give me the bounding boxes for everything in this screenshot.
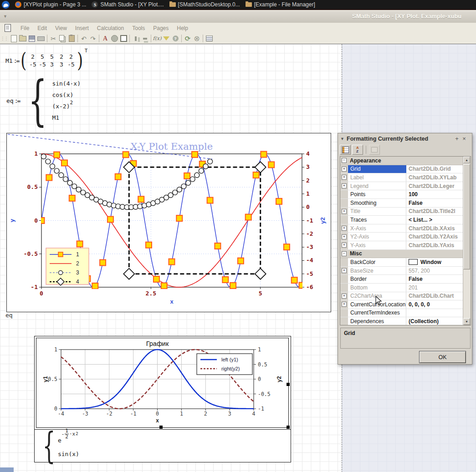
palette-icon[interactable] — [110, 34, 119, 43]
panel-pin-button[interactable]: + — [453, 135, 461, 142]
property-row-points[interactable]: Points100 — [340, 190, 464, 199]
property-row-currenttermindexes[interactable]: CurrentTermIndexes — [340, 309, 464, 318]
expand-box[interactable]: + — [342, 209, 347, 214]
copy-icon[interactable] — [58, 34, 67, 43]
grafik-chart-box[interactable]: -4-3-2-10123400.51-1-0.500.51Графикxy1y2… — [36, 338, 289, 428]
property-row-y2-axis[interactable]: +Y2-AxisChart2DLib.Y2Axis — [340, 233, 464, 241]
menu-help[interactable]: Help — [173, 24, 192, 33]
property-row-appearance[interactable]: −Appearance — [340, 157, 464, 165]
property-value[interactable]: Chart2DLib.XAxis — [406, 224, 464, 233]
web-help-icon[interactable]: ? — [171, 34, 180, 43]
alphabetical-view-button[interactable]: AZ — [352, 145, 363, 155]
property-row-traces[interactable]: Traces< List... > — [340, 216, 464, 224]
property-value[interactable] — [406, 309, 464, 317]
property-row-grid[interactable]: +GridChart2DLib.Grid — [340, 165, 464, 174]
property-row-c2chartarea[interactable]: +C2ChartAreaChart2DLib.Chart — [340, 292, 464, 301]
matrix-definition-m1[interactable]: M1:=(25522-5-533-5)T — [5, 51, 87, 70]
function-icon[interactable]: f(x) — [153, 34, 162, 43]
property-row-smoothing[interactable]: SmoothingFalse — [340, 199, 464, 208]
menu-insert[interactable]: Insert — [71, 24, 93, 33]
property-row-currentcursorlocation[interactable]: +CurrentCursorLocation0, 0, 0, 0 — [340, 300, 464, 309]
resize-handle-southeast[interactable] — [287, 426, 290, 429]
pages-list-icon[interactable] — [205, 34, 214, 43]
equation-system-eq[interactable]: eq:={sin(4·x)cos(x)(x-2)2M1 — [6, 78, 81, 123]
property-value[interactable]: Chart2DLib.Grid — [406, 165, 464, 173]
undo-icon[interactable]: ↶ — [79, 34, 88, 43]
eq-reference-label[interactable]: eq — [5, 312, 13, 319]
property-grid-scrollbar[interactable]: ▲ ▼ — [463, 157, 471, 325]
taskbar-window-button[interactable]: [XYPlot plugin - Page 3 ... — [12, 0, 89, 9]
window-titlebar[interactable]: ▼ SMath Studio - [XY Plot. Example-xubu — [0, 11, 476, 23]
align-horizontal-icon[interactable] — [131, 34, 140, 43]
grafik-chart[interactable]: -4-3-2-10123400.51-1-0.500.51Графикxy1y2… — [36, 338, 288, 427]
expand-box[interactable]: + — [342, 302, 347, 307]
panel-close-button[interactable]: × — [461, 135, 468, 142]
scroll-up-button[interactable]: ▲ — [463, 157, 470, 163]
property-row-title[interactable]: +TitleChart2DLib.Title2l — [340, 208, 464, 216]
ok-button[interactable]: OK — [419, 351, 466, 363]
property-value[interactable]: Chart2DLib.Chart — [406, 292, 464, 300]
applications-menu-icon[interactable] — [2, 1, 10, 9]
menu-file[interactable]: File — [16, 24, 33, 33]
expand-box[interactable]: + — [342, 183, 347, 188]
print-icon[interactable] — [36, 34, 46, 43]
xy-plot-region[interactable]: 02.5510.50-0.5-143210-1-2-3-4-5-6X-Y Plo… — [6, 133, 331, 312]
property-value[interactable]: 0, 0, 0, 0 — [406, 300, 464, 309]
property-row-bottom[interactable]: Bottom201 — [340, 284, 464, 292]
grafik-plot-container[interactable]: -4-3-2-10123400.51-1-0.500.51Графикxy1y2… — [34, 336, 291, 462]
scroll-thumb[interactable] — [463, 164, 470, 269]
menu-calculation[interactable]: Calculation — [93, 24, 128, 33]
property-row-label[interactable]: +LabelChart2DLib.XYLab — [340, 173, 464, 182]
font-icon[interactable]: A — [101, 34, 110, 43]
align-vertical-icon[interactable] — [140, 34, 149, 43]
property-value[interactable]: Chart2DLib.Y2Axis — [406, 233, 464, 241]
abort-icon[interactable]: ⊗ — [192, 34, 201, 43]
property-value[interactable]: Window — [406, 258, 464, 266]
window-menu-icon[interactable]: ▼ — [3, 14, 7, 19]
panel-collapse-icon[interactable]: ▼ — [340, 137, 347, 141]
property-value[interactable]: False — [406, 275, 464, 283]
frame-icon[interactable] — [119, 34, 128, 43]
property-value[interactable]: Chart2DLib.Leger — [406, 182, 464, 190]
taskbar-window-button[interactable]: [SMathStudioDesktop.0... — [167, 0, 243, 9]
redo-icon[interactable]: ↷ — [88, 34, 97, 43]
property-value[interactable]: 100 — [406, 190, 464, 198]
taskbar-window-button[interactable]: SSMath Studio - [XY Plot.... — [89, 0, 166, 9]
recalculate-icon[interactable]: ⟳ — [183, 34, 192, 43]
property-row-x-axis[interactable]: +X-AxisChart2DLib.XAxis — [340, 224, 464, 233]
expand-box[interactable]: + — [342, 175, 347, 180]
grafik-formula[interactable]: {e-12·x2sin(x) — [35, 429, 291, 462]
expand-box[interactable]: + — [342, 226, 347, 231]
menu-tools[interactable]: Tools — [128, 24, 149, 33]
paste-icon[interactable] — [67, 34, 76, 43]
property-value[interactable]: 201 — [406, 284, 464, 292]
categorized-view-button[interactable] — [340, 145, 351, 155]
property-row-y-axis[interactable]: +Y-AxisChart2DLib.YAxis — [340, 241, 464, 250]
toolbar-grip[interactable]: ⋮⋮ — [0, 36, 8, 41]
taskbar-window-button[interactable]: [Example - File Manager] — [243, 0, 318, 9]
open-icon[interactable] — [18, 34, 27, 43]
property-value[interactable]: < List... > — [406, 216, 464, 224]
property-value[interactable]: Chart2DLib.YAxis — [406, 241, 464, 249]
xy-plot-chart[interactable]: 02.5510.50-0.5-143210-1-2-3-4-5-6X-Y Plo… — [7, 133, 331, 312]
property-row-misc[interactable]: −Misc — [340, 250, 464, 259]
new-page-icon[interactable] — [9, 34, 18, 43]
filter-icon[interactable] — [162, 34, 171, 43]
property-value[interactable]: Chart2DLib.Title2l — [406, 208, 464, 216]
scroll-down-button[interactable]: ▼ — [463, 318, 470, 325]
property-row-basesize[interactable]: +BaseSize557, 200 — [340, 267, 464, 275]
property-value[interactable]: Chart2DLib.XYLab — [406, 173, 464, 182]
expand-box[interactable]: + — [342, 167, 347, 172]
expand-box[interactable]: + — [342, 294, 347, 299]
property-row-backcolor[interactable]: BackColorWindow — [340, 258, 464, 267]
resize-handle-south[interactable] — [159, 426, 163, 429]
property-value[interactable]: (Collection) — [406, 317, 464, 325]
property-row-border[interactable]: BorderFalse — [340, 275, 464, 284]
property-value[interactable]: 557, 200 — [406, 267, 464, 275]
cut-icon[interactable]: ✂ — [49, 34, 58, 43]
property-row-legend[interactable]: +LegendChart2DLib.Leger — [340, 182, 464, 191]
expand-box[interactable]: + — [342, 234, 347, 239]
collapse-box[interactable]: − — [342, 158, 347, 163]
menu-view[interactable]: View — [51, 24, 71, 33]
collapse-box[interactable]: − — [342, 251, 347, 256]
